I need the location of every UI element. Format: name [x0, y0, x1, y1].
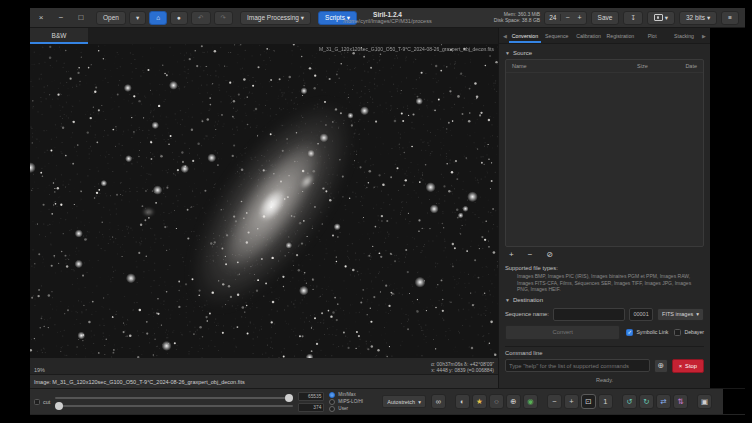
image-processing-menu[interactable]: Image Processing ▾ [240, 11, 311, 25]
link-icon: ∞ [436, 397, 441, 406]
open-recent-dropdown[interactable]: ▾ [129, 11, 146, 25]
stretch-mode-dropdown[interactable]: Autostretch▾ [382, 395, 426, 408]
celestial-grid-button[interactable]: ⊕ [506, 394, 521, 409]
zoom-fit-button[interactable]: ⊡ [581, 394, 596, 409]
image-panel: B&W M_31_G_120x120sec_G100_O50_T-9°C_202… [30, 28, 498, 388]
redo-icon: ↷ [221, 14, 226, 22]
checkbox-unchecked-icon [34, 399, 40, 405]
tab-conversion[interactable]: Conversion [509, 28, 541, 43]
zoom-out-icon: − [552, 397, 556, 406]
tab-stacking[interactable]: Stacking [668, 28, 700, 43]
bit-depth-label: 32 bits [686, 14, 705, 21]
add-files-button[interactable]: + [509, 251, 514, 259]
undo-button[interactable]: ↶ [191, 11, 210, 25]
supported-types-title: Supported file types: [505, 265, 704, 271]
tabs-scroll-right-icon[interactable]: ▶ [700, 28, 708, 43]
disk-space-text: Disk Space: 38.8 GB [494, 18, 540, 24]
clear-list-button[interactable]: ⊘ [546, 251, 553, 259]
tab-sequence[interactable]: Sequence [541, 28, 573, 43]
low-threshold-slider[interactable] [55, 405, 293, 407]
tab-plot[interactable]: Plot [636, 28, 668, 43]
compass-icon: ◉ [527, 397, 534, 406]
source-section-header[interactable]: ▼Source [505, 50, 704, 56]
column-size[interactable]: Size [637, 63, 671, 69]
hamburger-menu-button[interactable]: ≡ [721, 11, 739, 25]
minus-icon[interactable]: − [561, 14, 573, 21]
radio-user[interactable]: User [329, 406, 377, 412]
snapshot-button[interactable]: ▾ [647, 11, 675, 25]
open-button[interactable]: Open [96, 11, 126, 25]
convert-button[interactable]: Convert [505, 325, 620, 340]
threads-value: 24 [545, 14, 561, 21]
low-value-field[interactable]: 374 [298, 403, 324, 412]
zoom-in-button[interactable]: + [564, 394, 579, 409]
column-name[interactable]: Name [512, 63, 637, 69]
mirror-horizontal-button[interactable]: ⇄ [656, 394, 671, 409]
remove-files-button[interactable]: − [528, 251, 533, 259]
source-title: Source [513, 50, 532, 56]
output-format-dropdown[interactable]: FITS images▾ [657, 308, 704, 321]
tab-registration[interactable]: Registration [604, 28, 636, 43]
command-line-title: Command line [505, 346, 704, 356]
redo-button[interactable]: ↷ [214, 11, 233, 25]
viewer-info-strip: 19% α: 00h37m06s δ: +42°08'09" x: 4448 y… [30, 358, 498, 374]
annotations-button[interactable]: ◌ [489, 394, 504, 409]
panel-tabs: ◀ Conversion Sequence Calibration Regist… [499, 28, 710, 44]
stop-label: Stop [685, 363, 697, 369]
high-value-field[interactable]: 65535 [298, 392, 324, 401]
destination-section-header[interactable]: ▼Destination [505, 297, 704, 303]
checkbox-checked-icon: ✓ [626, 329, 633, 336]
maximize-icon[interactable]: □ [76, 13, 86, 22]
grid-icon: ⊕ [510, 397, 516, 406]
save-button[interactable]: Save [591, 11, 620, 25]
rotate-ccw-button[interactable]: ↺ [622, 394, 637, 409]
left-toolbar: Open ▾ ⌂ ● ↶ ↷ Image Processing ▾ Script… [96, 11, 357, 25]
home-directory-button[interactable]: ⌂ [149, 11, 167, 25]
stop-button[interactable]: ×Stop [672, 359, 704, 373]
tabs-scroll-left-icon[interactable]: ◀ [501, 28, 509, 43]
zoom-out-button[interactable]: − [547, 394, 562, 409]
plus-icon[interactable]: + [574, 14, 586, 21]
siril-window: × − □ Open ▾ ⌂ ● ↶ ↷ Image Processing ▾ … [30, 8, 745, 415]
sequence-name-input[interactable] [553, 308, 625, 321]
threads-spinner[interactable]: 24 − + [544, 11, 586, 25]
mirror-vertical-button[interactable]: ⇅ [673, 394, 688, 409]
source-file-list[interactable]: Name Size Date [505, 59, 704, 247]
livestacking-button[interactable]: ● [170, 11, 188, 25]
image-list-button[interactable]: ▣ [697, 394, 712, 409]
loaded-image-label: Image: M_31_G_120x120sec_G100_O50_T-9°C_… [30, 374, 498, 388]
tab-calibration[interactable]: Calibration [573, 28, 605, 43]
high-threshold-slider[interactable] [55, 397, 293, 399]
link-channels-button[interactable]: ∞ [431, 394, 446, 409]
rotate-cw-button[interactable]: ↻ [639, 394, 654, 409]
debayer-checkbox[interactable]: Debayer [674, 329, 704, 336]
rotate-ccw-icon: ↺ [626, 397, 632, 406]
cut-checkbox[interactable]: cut [34, 399, 50, 405]
slider-handle[interactable] [285, 394, 293, 402]
start-index-field[interactable]: 00001 [629, 308, 653, 321]
symbolic-link-checkbox[interactable]: ✓Symbolic Link [626, 329, 668, 336]
threshold-values: 65535 374 [298, 392, 324, 412]
file-list-actions: + − ⊘ [505, 247, 704, 261]
debayer-label: Debayer [684, 329, 704, 335]
radio-minmax[interactable]: Min/Max [329, 392, 377, 398]
annotation-tools: ◐ ★ ◌ ⊕ ◉ [455, 394, 538, 409]
invert-view-button[interactable]: ◐ [455, 394, 470, 409]
scripts-label: Scripts [325, 14, 345, 21]
zoom-one-button[interactable]: 1 [598, 394, 613, 409]
radio-mips[interactable]: MIPS-LO/HI [329, 399, 377, 405]
tab-bw-channel[interactable]: B&W [30, 28, 88, 44]
column-date[interactable]: Date [671, 63, 697, 69]
checkbox-unchecked-icon [674, 329, 681, 336]
slider-handle[interactable] [55, 402, 63, 410]
save-as-button[interactable]: ↧ [623, 11, 642, 25]
scripts-menu[interactable]: Scripts ▾ [318, 11, 357, 25]
star-detection-button[interactable]: ★ [472, 394, 487, 409]
image-viewport[interactable]: M_31_G_120x120sec_G100_O50_T-9°C_2024-08… [30, 44, 498, 358]
close-icon[interactable]: × [36, 13, 46, 22]
compass-button[interactable]: ◉ [523, 394, 538, 409]
minimize-icon[interactable]: − [56, 13, 66, 22]
bit-depth-dropdown[interactable]: 32 bits ▾ [679, 11, 717, 25]
command-input[interactable] [505, 359, 650, 372]
command-help-button[interactable]: ⊕ [654, 359, 668, 373]
